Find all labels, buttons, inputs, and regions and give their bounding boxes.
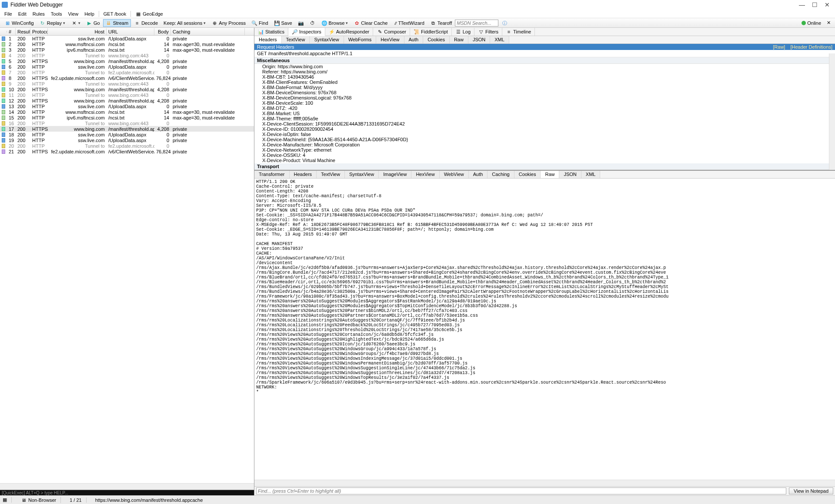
menu-tools[interactable]: Tools <box>48 10 65 17</box>
restab-imageview[interactable]: ImageView <box>379 171 411 178</box>
tab-fiddlerscript[interactable]: 📜FiddlerScript <box>410 28 452 36</box>
winconfig-button[interactable]: ⊞WinConfig <box>2 19 37 27</box>
session-list[interactable]: 1200HTTPssw.live.com/UploadData.aspx0pri… <box>0 36 254 483</box>
minimize-button[interactable]: — <box>799 1 805 8</box>
header-list[interactable]: Origin: https://www.bing.comReferer: htt… <box>254 64 835 163</box>
header-result[interactable]: Result <box>16 28 30 35</box>
menu-geoedge[interactable]: ▦ GeoEdge <box>133 10 166 18</box>
tab-log[interactable]: ☰Log <box>452 28 474 36</box>
header-line[interactable]: X-Device-NetworkType: ethernet <box>254 147 835 153</box>
replay-button[interactable]: ↻Replay▾ <box>37 19 68 27</box>
reqtab-textview[interactable]: TextView <box>282 36 310 43</box>
stream-button[interactable]: ⇊Stream <box>103 19 131 27</box>
session-row[interactable]: 15200HTTPipv6.msftncsi.com/ncsi.txt14max… <box>0 115 254 120</box>
menu-edit[interactable]: Edit <box>16 10 29 17</box>
header-line[interactable]: X-Device-Manufacturer: Microsoft Corpora… <box>254 142 835 147</box>
find-input[interactable] <box>256 487 786 494</box>
header-line[interactable]: X-BM-ClientFeatures: OemEnabled <box>254 80 835 85</box>
reqtab-auth[interactable]: Auth <box>404 36 424 43</box>
go-button[interactable]: ▶Go <box>84 19 103 27</box>
tab-statistics[interactable]: 📊Statistics <box>254 28 288 36</box>
maximize-button[interactable]: ☐ <box>812 1 818 8</box>
session-row[interactable]: 21200HTTPSfe2.update.microsoft.com/v6/Cl… <box>0 149 254 154</box>
restab-xml[interactable]: XML <box>581 171 601 178</box>
header-line[interactable]: X-BM-Market: US <box>254 111 835 116</box>
header-line[interactable]: X-Device-MachineId: {59AA1A3E-8514-4450-… <box>254 137 835 142</box>
quickexec[interactable]: [QuickExec] ALT+Q > type HELP... <box>0 490 254 495</box>
session-row[interactable]: 18200HTTPssw.live.com/UploadData.aspx0pr… <box>0 132 254 137</box>
restab-syntaxview[interactable]: SyntaxView <box>345 171 379 178</box>
session-row[interactable]: 3200HTTPipv6.msftncsi.com/ncsi.txt14max-… <box>0 47 254 53</box>
header-line[interactable]: X-BM-Theme: ffffff;005a9e <box>254 116 835 121</box>
header-line[interactable]: X-BM-DateFormat: M/d/yyyy <box>254 85 835 90</box>
menu-file[interactable]: File <box>2 10 15 17</box>
help-button[interactable]: ⓘ <box>499 19 510 27</box>
header-num[interactable]: # <box>7 28 16 35</box>
reqtab-cookies[interactable]: Cookies <box>423 36 450 43</box>
find-button[interactable]: 🔍Find <box>249 19 271 27</box>
session-row[interactable]: 11200HTTPTunnel towww.bing.com:4430 <box>0 92 254 98</box>
session-row[interactable]: 13200HTTPssw.live.com/UploadData.aspx0pr… <box>0 103 254 109</box>
screenshot-button[interactable]: 📷 <box>295 19 307 27</box>
restab-hexview[interactable]: HexView <box>411 171 439 178</box>
restab-headers[interactable]: Headers <box>290 171 317 178</box>
header-host[interactable]: Host <box>48 28 107 35</box>
session-row[interactable]: 5200HTTPSwww.bing.com/manifest/threshold… <box>0 58 254 64</box>
tab-filters[interactable]: ▽Filters <box>474 28 502 36</box>
menu-getbook[interactable]: GET /book <box>101 10 129 17</box>
session-row[interactable]: 6200HTTPssw.live.com/UploadData.aspx0pri… <box>0 64 254 70</box>
h-scrollbar[interactable] <box>0 483 254 490</box>
keep-button[interactable]: Keep: All sessions ▾ <box>161 20 208 27</box>
raw-h-scrollbar[interactable] <box>254 480 835 486</box>
session-row[interactable]: 10200HTTPSwww.bing.com/manifest/threshol… <box>0 86 254 92</box>
browse-button[interactable]: 🌐Browse▾ <box>319 19 351 27</box>
header-line[interactable]: Referer: https://www.bing.com/ <box>254 69 835 74</box>
header-line[interactable]: X-Device-OSSKU: 4 <box>254 153 835 158</box>
session-row[interactable]: 19200HTTPssw.live.com/UploadData.aspx0pr… <box>0 137 254 143</box>
header-body[interactable]: Body <box>154 28 171 35</box>
session-row[interactable]: 16200HTTPTunnel towww.bing.com:4430 <box>0 120 254 126</box>
link-raw[interactable]: [Raw] <box>773 44 785 50</box>
v-scrollbar[interactable] <box>829 53 835 170</box>
online-indicator[interactable]: Online <box>799 20 824 27</box>
raw-response[interactable]: HTTP/1.1 200 OK Cache-Control: private C… <box>254 179 835 480</box>
remove-button[interactable]: ✕▾ <box>68 19 83 27</box>
menu-rules[interactable]: Rules <box>30 10 47 17</box>
msdn-search[interactable] <box>455 20 498 27</box>
close-button[interactable]: ✕ <box>825 1 830 8</box>
restab-webview[interactable]: WebView <box>440 171 469 178</box>
restab-caching[interactable]: Caching <box>488 171 514 178</box>
session-row[interactable]: 4200HTTPTunnel towww.bing.com:4430 <box>0 53 254 58</box>
session-row[interactable]: 8200HTTPSfe2.update.microsoft.com/v6/Cli… <box>0 75 254 81</box>
header-line[interactable]: X-BM-DTZ: -420 <box>254 106 835 111</box>
tab-composer[interactable]: ✎Composer <box>373 28 410 36</box>
header-line[interactable]: X-Device-ClientSession: 1F599916DE2E44A3… <box>254 121 835 126</box>
nonbrowser-indicator[interactable]: 🖥Non-Browser <box>20 497 61 503</box>
close-toolbar-button[interactable]: ✕ <box>824 19 833 27</box>
reqtab-webforms[interactable]: WebForms <box>344 36 377 43</box>
restab-raw[interactable]: Raw <box>541 171 559 178</box>
tearoff-button[interactable]: ⧉Tearoff <box>428 19 454 27</box>
reqtab-xml[interactable]: XML <box>490 36 509 43</box>
session-row[interactable]: 12200HTTPSwww.bing.com/manifest/threshol… <box>0 98 254 103</box>
session-row[interactable]: 20200HTTPTunnel tofe2.update.microsoft.c… <box>0 143 254 149</box>
reqtab-hexview[interactable]: HexView <box>376 36 404 43</box>
reqtab-headers[interactable]: Headers <box>254 36 282 43</box>
restab-transformer[interactable]: Transformer <box>254 171 290 178</box>
header-line[interactable]: X-Device-isOptin: false <box>254 132 835 137</box>
reqtab-syntaxview[interactable]: SyntaxView <box>310 36 344 43</box>
tab-inspectors[interactable]: 🔎Inspectors <box>288 28 325 36</box>
session-row[interactable]: 17200HTTPSwww.bing.com/manifest/threshol… <box>0 126 254 132</box>
tab-timeline[interactable]: ≡Timeline <box>502 28 535 36</box>
session-row[interactable]: 14200HTTPwww.msftncsi.com/ncsi.txt14max-… <box>0 109 254 115</box>
header-caching[interactable]: Caching <box>171 28 245 35</box>
header-url[interactable]: URL <box>107 28 154 35</box>
header-line[interactable]: X-Device-Product: Virtual Machine <box>254 158 835 163</box>
anyprocess-button[interactable]: ⊕Any Process <box>209 19 248 27</box>
header-protocol[interactable]: Protocol <box>30 28 48 35</box>
header-line[interactable]: X-BM-DeviceDimensionsLogical: 976x768 <box>254 95 835 100</box>
clearcache-button[interactable]: ✿Clear Cache <box>351 19 390 27</box>
header-line[interactable]: Origin: https://www.bing.com <box>254 64 835 69</box>
header-line[interactable]: X-BM-DeviceDimensions: 976x768 <box>254 90 835 95</box>
capture-indicator[interactable]: ▦ <box>3 497 12 503</box>
